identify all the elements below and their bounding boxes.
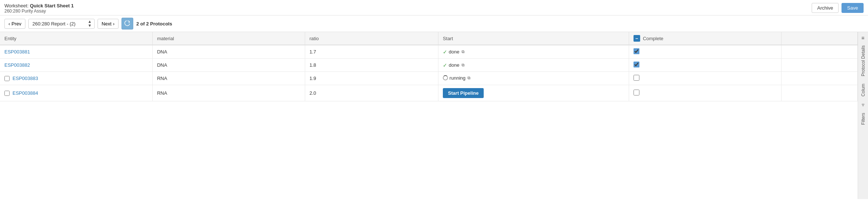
extra-cell-3 [781,72,857,85]
ext-link-icon-2[interactable]: ⧉ [462,63,465,67]
table-area: Entity material ratio ↓ Start [0,32,858,199]
extra-cell-4 [781,85,857,101]
status-done-2: ✓ done ⧉ [443,62,465,68]
toolbar: ‹ Prev 260:280 Report - (2) ▲ ▼ Next › 2… [0,15,868,32]
next-label: Next [102,21,112,27]
sidebar-tab-column[interactable]: Colum [859,81,867,100]
complete-cell-2 [629,59,781,72]
complete-checkbox-1[interactable] [634,48,639,54]
table-wrapper: Entity material ratio ↓ Start [0,32,858,101]
entity-cell-1: ESP003881 [0,45,152,59]
assay-name: 260:280 Purity Assay [4,8,74,14]
extra-cell-2 [781,59,857,72]
complete-header-icon: − [634,35,640,42]
material-cell-3: RNA [152,72,305,85]
entity-link-esp003884[interactable]: ESP003884 [13,90,38,96]
row-checkbox-3[interactable] [4,76,10,81]
worksheet-title: Worksheet: Quick Start Sheet 1 260:280 P… [4,3,74,14]
entity-cell-2: ESP003882 [0,59,152,72]
entity-link-esp003881[interactable]: ESP003881 [4,49,30,55]
row-checkbox-4[interactable] [4,91,10,96]
next-button[interactable]: Next › [98,19,119,29]
protocol-select[interactable]: 260:280 Report - (2) [28,19,95,29]
material-cell-1: DNA [152,45,305,59]
table-row: ESP003883 RNA 1.9 running ⧉ [0,72,858,85]
worksheet-name: Quick Start Sheet 1 [30,3,74,8]
prev-label: Prev [11,21,21,27]
top-bar: Worksheet: Quick Start Sheet 1 260:280 P… [0,0,868,15]
ext-link-icon-1[interactable]: ⧉ [462,49,465,54]
material-cell-2: DNA [152,59,305,72]
chevron-left-icon: ‹ [8,21,10,27]
entity-cell-3: ESP003883 [0,72,152,85]
right-sidebar: ≡ Protocol Details Colum ▿ Filters [858,32,868,199]
protocol-select-wrapper: 260:280 Report - (2) ▲ ▼ [28,19,95,29]
complete-checkbox-4[interactable] [634,90,639,95]
chevron-right-icon: › [113,21,114,27]
complete-cell-1 [629,45,781,59]
complete-cell-4 [629,85,781,101]
top-bar-actions: Archive Save [812,3,864,13]
col-header-material: material [152,32,305,45]
start-pipeline-button[interactable]: Start Pipeline [443,88,484,98]
status-text-2: done [449,62,459,68]
start-cell-4: Start Pipeline [438,85,629,101]
entity-cell-4: ESP003884 [0,85,152,101]
save-button[interactable]: Save [841,3,864,13]
filter-icon[interactable]: ▿ [861,101,865,108]
status-running-3: running ⧉ [443,75,470,81]
entity-link-esp003882[interactable]: ESP003882 [4,62,30,68]
status-done-1: ✓ done ⧉ [443,49,465,55]
table-row: ESP003884 RNA 2.0 Start Pipeline [0,85,858,101]
ext-link-icon-3[interactable]: ⧉ [467,76,470,80]
data-table: Entity material ratio ↓ Start [0,32,858,101]
worksheet-prefix: Worksheet: [4,3,30,8]
ratio-cell-1: 1.7 [305,45,438,59]
status-text-3: running [449,75,465,81]
spinner-icon-3 [443,75,448,80]
refresh-button[interactable] [121,18,133,29]
col-header-start: ↓ Start [438,32,629,45]
col-header-ratio: ratio [305,32,438,45]
refresh-icon [124,21,130,27]
entity-link-esp003883[interactable]: ESP003883 [13,76,38,81]
check-icon-2: ✓ [443,62,447,68]
extra-cell-1 [781,45,857,59]
protocols-info: 2 of 2 Protocols [136,21,172,27]
hamburger-icon[interactable]: ≡ [861,35,865,41]
complete-cell-3 [629,72,781,85]
table-row: ESP003882 DNA 1.8 ✓ done ⧉ [0,59,858,72]
col-header-entity: Entity [0,32,152,45]
prev-button[interactable]: ‹ Prev [4,19,25,29]
check-icon-1: ✓ [443,49,447,55]
start-cell-3: running ⧉ [438,72,629,85]
start-cell-1: ✓ done ⧉ [438,45,629,59]
start-cell-2: ✓ done ⧉ [438,59,629,72]
sidebar-tab-filters[interactable]: Filters [859,110,867,128]
complete-checkbox-3[interactable] [634,75,639,81]
col-header-complete: ↓ − Complete [629,32,781,45]
complete-checkbox-2[interactable] [634,62,639,67]
ratio-cell-2: 1.8 [305,59,438,72]
ratio-cell-3: 1.9 [305,72,438,85]
table-row: ESP003881 DNA 1.7 ✓ done ⧉ [0,45,858,59]
archive-button[interactable]: Archive [812,3,839,13]
ratio-cell-4: 2.0 [305,85,438,101]
status-text-1: done [449,49,459,55]
material-cell-4: RNA [152,85,305,101]
main-content: Entity material ratio ↓ Start [0,32,868,199]
col-header-extra [781,32,857,45]
sidebar-tab-protocol-details[interactable]: Protocol Details [859,42,867,79]
